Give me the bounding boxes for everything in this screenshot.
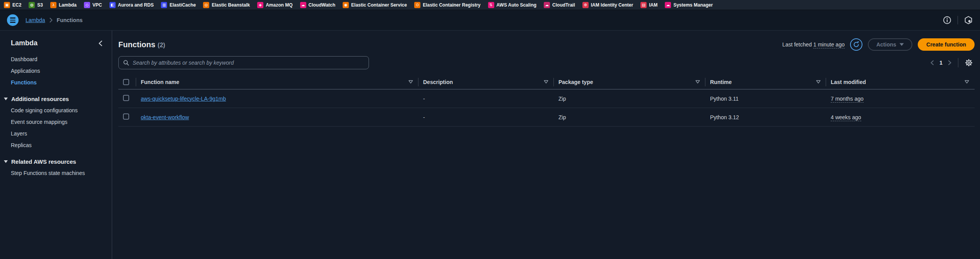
pagination-next-button[interactable] xyxy=(946,58,953,67)
sidebar-item-code-signing-configurations[interactable]: Code signing configurations xyxy=(0,105,112,116)
favorites-item-systems-manager[interactable]: ☁ Systems Manager xyxy=(665,2,713,8)
favorites-item-elastic-beanstalk[interactable]: ◎ Elastic Beanstalk xyxy=(203,2,250,8)
actions-button[interactable]: Actions xyxy=(868,38,912,51)
favorites-item-s3[interactable]: ◍ S3 xyxy=(29,2,43,8)
favorites-item-cloudwatch[interactable]: ☁ CloudWatch xyxy=(300,2,336,8)
search-box[interactable] xyxy=(118,56,369,69)
filter-icon[interactable] xyxy=(695,80,700,84)
row-select-cell xyxy=(118,95,136,102)
chevron-left-icon xyxy=(98,40,102,46)
function-name-link[interactable]: okta-event-workflow xyxy=(141,114,189,120)
create-function-button[interactable]: Create function xyxy=(918,38,975,51)
info-button[interactable] xyxy=(942,15,952,25)
last-fetched-value[interactable]: 1 minute ago xyxy=(813,41,845,48)
row-checkbox[interactable] xyxy=(123,113,129,120)
favorites-item-vpc[interactable]: ◇ VPC xyxy=(84,2,102,8)
description-cell: - xyxy=(418,96,554,102)
column-label: Package type xyxy=(558,79,593,85)
favorites-item-label: Amazon MQ xyxy=(266,2,292,8)
amazon-q-button[interactable] xyxy=(964,15,973,25)
favorites-bar: ▣ EC2 ◍ S3 λ Lambda ◇ VPC ◧ Aurora and R… xyxy=(0,0,980,10)
vpc-icon: ◇ xyxy=(84,2,90,8)
favorites-item-label: VPC xyxy=(92,2,102,8)
filter-icon[interactable] xyxy=(544,80,548,84)
sidebar-item-functions[interactable]: Functions xyxy=(0,77,112,88)
sidebar-section-related-aws-resources[interactable]: Related AWS resources xyxy=(0,158,112,165)
favorites-item-ecs[interactable]: ◉ Elastic Container Service xyxy=(343,2,407,8)
sidebar-section-additional-resources[interactable]: Additional resources xyxy=(0,96,112,102)
cloudwatch-icon: ☁ xyxy=(300,2,306,8)
divider xyxy=(958,16,958,24)
table-row: aws-quicksetup-lifecycle-LA-9g1mb - Zip … xyxy=(118,89,975,108)
refresh-button[interactable] xyxy=(850,38,862,51)
sidebar-item-applications[interactable]: Applications xyxy=(0,65,112,77)
amazon-q-icon xyxy=(964,15,973,25)
pagination-current-page[interactable]: 1 xyxy=(936,60,946,66)
sidebar-item-dashboard[interactable]: Dashboard xyxy=(0,53,112,65)
favorites-item-elasticache[interactable]: ▥ ElastiCache xyxy=(161,2,196,8)
sidebar-collapse-button[interactable] xyxy=(98,40,102,46)
sidebar-item-replicas[interactable]: Replicas xyxy=(0,139,112,151)
select-all-cell xyxy=(118,75,136,89)
lambda-icon: λ xyxy=(50,2,56,8)
row-checkbox[interactable] xyxy=(123,95,129,101)
favorites-item-auto-scaling[interactable]: ⇅ AWS Auto Scaling xyxy=(488,2,537,8)
column-header-function-name[interactable]: Function name xyxy=(136,75,418,89)
description-cell: - xyxy=(418,114,554,120)
sidebar-item-layers[interactable]: Layers xyxy=(0,128,112,139)
elasticache-icon: ▥ xyxy=(161,2,167,8)
auto-scaling-icon: ⇅ xyxy=(488,2,494,8)
favorites-item-label: CloudWatch xyxy=(309,2,336,8)
section-title: Additional resources xyxy=(11,96,69,102)
chevron-right-icon xyxy=(948,60,952,65)
breadcrumb-lambda-link[interactable]: Lambda xyxy=(26,17,45,23)
column-label: Description xyxy=(423,79,453,85)
column-header-description[interactable]: Description xyxy=(418,75,554,89)
favorites-item-label: Lambda xyxy=(59,2,77,8)
filter-icon[interactable] xyxy=(965,80,969,84)
search-input[interactable] xyxy=(133,60,364,66)
hamburger-icon xyxy=(10,17,15,19)
caret-down-icon xyxy=(4,160,8,163)
filter-icon[interactable] xyxy=(408,80,413,84)
favorites-item-cloudtrail[interactable]: ☁ CloudTrail xyxy=(544,2,575,8)
runtime-cell: Python 3.11 xyxy=(705,96,826,102)
sidebar: Lambda Dashboard Applications Functions … xyxy=(0,31,112,259)
favorites-item-label: Elastic Beanstalk xyxy=(212,2,250,8)
gear-icon xyxy=(965,58,973,67)
column-header-runtime[interactable]: Runtime xyxy=(705,75,826,89)
favorites-item-ecr[interactable]: ⊙ Elastic Container Registry xyxy=(414,2,480,8)
systems-manager-icon: ☁ xyxy=(665,2,671,8)
info-icon xyxy=(942,15,952,25)
sidebar-item-event-source-mappings[interactable]: Event source mappings xyxy=(0,116,112,128)
favorites-item-ec2[interactable]: ▣ EC2 xyxy=(4,2,21,8)
favorites-item-lambda[interactable]: λ Lambda xyxy=(50,2,77,8)
last-modified-value[interactable]: 4 weeks ago xyxy=(831,114,861,121)
table-settings-button[interactable] xyxy=(963,57,975,69)
filter-icon[interactable] xyxy=(816,80,821,84)
runtime-cell: Python 3.12 xyxy=(705,114,826,120)
favorites-item-iam-identity-center[interactable]: ⊕ IAM Identity Center xyxy=(582,2,633,8)
column-header-package-type[interactable]: Package type xyxy=(554,75,705,89)
favorites-item-label: EC2 xyxy=(12,2,21,8)
pagination-prev-button[interactable] xyxy=(929,58,936,67)
ecs-icon: ◉ xyxy=(343,2,349,8)
favorites-item-aurora-rds[interactable]: ◧ Aurora and RDS xyxy=(109,2,154,8)
favorites-item-label: IAM xyxy=(649,2,657,8)
column-header-last-modified[interactable]: Last modified xyxy=(826,75,975,89)
row-select-cell xyxy=(118,113,136,121)
select-all-checkbox[interactable] xyxy=(123,79,129,85)
refresh-icon xyxy=(853,41,860,48)
last-fetched-text: Last fetched 1 minute ago xyxy=(782,41,845,48)
amazon-mq-icon: ◈ xyxy=(257,2,263,8)
favorites-item-amazon-mq[interactable]: ◈ Amazon MQ xyxy=(257,2,292,8)
favorites-item-iam[interactable]: ▤ IAM xyxy=(640,2,657,8)
cloudtrail-icon: ☁ xyxy=(544,2,550,8)
sidebar-item-step-functions-state-machines[interactable]: Step Functions state machines xyxy=(0,167,112,179)
table-header-row: Function name Description Package type R… xyxy=(118,75,975,89)
chevron-left-icon xyxy=(930,60,934,65)
menu-button[interactable] xyxy=(7,14,19,26)
last-modified-value[interactable]: 7 months ago xyxy=(831,96,864,103)
ec2-icon: ▣ xyxy=(4,2,10,8)
function-name-link[interactable]: aws-quicksetup-lifecycle-LA-9g1mb xyxy=(141,96,226,102)
